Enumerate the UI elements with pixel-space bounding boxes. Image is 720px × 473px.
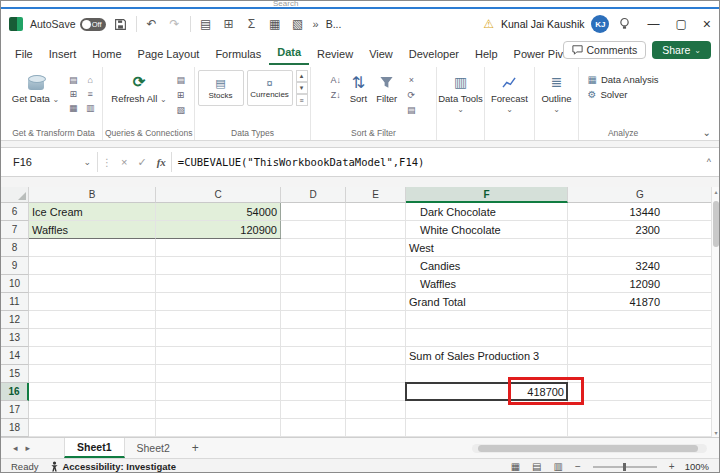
page-break-view-icon[interactable]: ▥: [552, 461, 565, 472]
cell-d14[interactable]: [281, 347, 346, 365]
cell-g9[interactable]: 3240: [568, 257, 713, 275]
from-picture-icon[interactable]: ▥: [82, 101, 98, 114]
reapply-filter-icon[interactable]: ⟳: [403, 88, 419, 101]
cell-g10[interactable]: 12090: [568, 275, 713, 293]
cell-c11[interactable]: [156, 293, 281, 311]
cell-d11[interactable]: [281, 293, 346, 311]
column-header-c[interactable]: C: [156, 187, 281, 203]
cell-b14[interactable]: [29, 347, 156, 365]
outline-button[interactable]: ≣ Outline⌄: [538, 70, 574, 116]
add-sheet-button[interactable]: +: [182, 438, 209, 458]
format-painter-icon[interactable]: ▧: [290, 16, 306, 32]
zoom-level[interactable]: 100%: [685, 461, 709, 472]
formula-input[interactable]: =CUBEVALUE("ThisWorkbookDataModel",F14): [172, 156, 699, 168]
gallery-down-icon[interactable]: ▾: [296, 82, 308, 94]
cell-b10[interactable]: [29, 275, 156, 293]
insert-table-icon[interactable]: ⊞: [221, 16, 237, 32]
cell-d7[interactable]: [281, 221, 346, 239]
page-layout-view-icon[interactable]: ▤: [530, 461, 543, 472]
cell-f12[interactable]: [406, 311, 568, 329]
sort-az-icon[interactable]: A↓: [328, 73, 344, 86]
cell-c10[interactable]: [156, 275, 281, 293]
cell-g8[interactable]: [568, 239, 713, 257]
cell-c13[interactable]: [156, 329, 281, 347]
sort-za-icon[interactable]: Z↓: [328, 88, 344, 101]
ribbon-tab-view[interactable]: View: [361, 44, 401, 65]
cell-c15[interactable]: [156, 365, 281, 383]
cell-b17[interactable]: [29, 401, 156, 419]
data-analysis-button[interactable]: ▦ Data Analysis: [587, 74, 658, 85]
stocks-data-type[interactable]: ▤ Stocks: [198, 70, 244, 106]
cell-f17[interactable]: [406, 401, 568, 419]
cell-g11[interactable]: 41870: [568, 293, 713, 311]
sheet-tab-sheet1[interactable]: Sheet1: [64, 438, 124, 458]
cell-b16[interactable]: [29, 383, 156, 401]
save-icon[interactable]: [113, 16, 129, 32]
user-avatar[interactable]: KJ: [591, 15, 609, 33]
cell-f7[interactable]: White Chocolate: [406, 221, 568, 239]
scroll-down-icon[interactable]: ▾: [712, 429, 720, 436]
row-header-13[interactable]: 13: [1, 329, 29, 347]
cell-d13[interactable]: [281, 329, 346, 347]
cell-e11[interactable]: [346, 293, 406, 311]
cell-c18[interactable]: [156, 419, 281, 437]
cell-d15[interactable]: [281, 365, 346, 383]
cell-c7[interactable]: 120900: [156, 221, 281, 239]
row-header-14[interactable]: 14: [1, 347, 29, 365]
advanced-filter-icon[interactable]: ▤: [403, 103, 419, 116]
zoom-in-icon[interactable]: +: [667, 461, 677, 472]
cell-e9[interactable]: [346, 257, 406, 275]
ribbon-tab-data[interactable]: Data: [269, 42, 309, 65]
autosave-toggle[interactable]: AutoSave Off: [30, 18, 106, 31]
cell-b9[interactable]: [29, 257, 156, 275]
collapse-ribbon-icon[interactable]: ⌄: [703, 127, 711, 138]
properties-icon[interactable]: ⊞: [173, 88, 189, 101]
comments-button[interactable]: Comments: [563, 41, 647, 59]
cell-f15[interactable]: [406, 365, 568, 383]
recent-sources-icon[interactable]: ≡: [82, 87, 98, 100]
data-tools-button[interactable]: ▥ Data Tools⌄: [435, 70, 486, 116]
close-button[interactable]: ×: [703, 16, 711, 32]
row-header-6[interactable]: 6: [1, 203, 29, 221]
vertical-scrollbar[interactable]: ▴ ▾: [711, 187, 719, 437]
name-box-dropdown-icon[interactable]: ⌄: [83, 157, 91, 167]
cell-f16[interactable]: 418700: [406, 383, 568, 401]
ribbon-tab-help[interactable]: Help: [467, 44, 506, 65]
currencies-data-type[interactable]: ¤ Currencies: [247, 70, 293, 106]
cell-b13[interactable]: [29, 329, 156, 347]
cell-b18[interactable]: [29, 419, 156, 437]
cell-f9[interactable]: Candies: [406, 257, 568, 275]
scroll-up-icon[interactable]: ▴: [712, 188, 720, 195]
ribbon-tab-formulas[interactable]: Formulas: [207, 44, 269, 65]
cell-e17[interactable]: [346, 401, 406, 419]
cell-g6[interactable]: 13440: [568, 203, 713, 221]
minimize-button[interactable]: —: [647, 17, 659, 31]
zoom-slider[interactable]: [593, 466, 657, 468]
vertical-scrollbar-thumb[interactable]: [713, 201, 719, 247]
column-header-g[interactable]: G: [568, 187, 713, 203]
sheet-nav-right-icon[interactable]: ▸: [22, 438, 35, 458]
name-box[interactable]: F16 ⌄: [1, 148, 97, 176]
ribbon-tab-developer[interactable]: Developer: [401, 44, 467, 65]
forecast-button[interactable]: Forecast⌄: [488, 70, 531, 116]
cell-e8[interactable]: [346, 239, 406, 257]
ribbon-tab-review[interactable]: Review: [309, 44, 361, 65]
cell-e16[interactable]: [346, 383, 406, 401]
row-header-15[interactable]: 15: [1, 365, 29, 383]
column-header-b[interactable]: B: [29, 187, 156, 203]
redo-icon[interactable]: ↷: [167, 16, 183, 32]
share-button[interactable]: Share ⌄: [652, 41, 711, 59]
formula-bar-expand-icon[interactable]: ^: [699, 157, 719, 167]
from-text-csv-icon[interactable]: ▤: [65, 73, 81, 86]
row-header-8[interactable]: 8: [1, 239, 29, 257]
edit-links-icon[interactable]: ▧: [173, 103, 189, 116]
ribbon-tab-page-layout[interactable]: Page Layout: [130, 44, 208, 65]
ribbon-tab-home[interactable]: Home: [84, 44, 129, 65]
ribbon-tab-file[interactable]: File: [7, 44, 41, 65]
autosum-icon[interactable]: Σ: [244, 16, 260, 32]
row-header-16[interactable]: 16: [1, 383, 29, 401]
row-header-9[interactable]: 9: [1, 257, 29, 275]
queries-connections-icon[interactable]: ▤: [173, 73, 189, 86]
restore-button[interactable]: ▢: [675, 17, 686, 31]
cell-f14[interactable]: Sum of Sales Production 3: [406, 347, 568, 365]
